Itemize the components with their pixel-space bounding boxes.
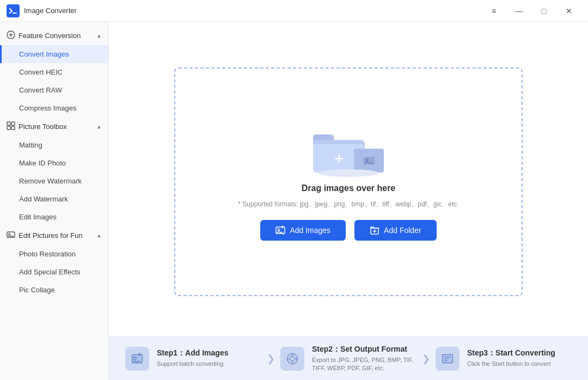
svg-rect-2 xyxy=(7,122,10,125)
sidebar-group-label-edit-pictures: Edit Pictures for Fun xyxy=(19,231,83,240)
feature-conversion-arrow: ▲ xyxy=(96,33,102,39)
step2-text: Step2：Set Output Format Export to JPG, J… xyxy=(312,345,416,373)
svg-rect-0 xyxy=(7,4,20,17)
sidebar-item-remove-watermark[interactable]: Remove Watermark xyxy=(0,172,108,190)
step1-text: Step1：Add Images Support batch convertin… xyxy=(157,348,228,368)
step-arrow-2: ❯ xyxy=(422,353,430,365)
step3-text: Step3：Start Converting Click the Start b… xyxy=(467,348,555,368)
step2-desc: Export to JPG, JPEG, PNG, BMP, TIF, TIFF… xyxy=(312,356,416,373)
step3-icon xyxy=(441,352,454,365)
sidebar-item-add-special-effects[interactable]: Add Special Effects xyxy=(0,263,108,281)
app-body: Feature Conversion ▲ Convert Images Conv… xyxy=(0,22,588,380)
sidebar-item-compress-images[interactable]: Compress Images xyxy=(0,99,108,117)
drop-area-subtitle: * Supported formats: jpg、jpeg、png、bmp、ti… xyxy=(238,200,458,209)
sidebar-item-convert-raw[interactable]: Convert RAW xyxy=(0,81,108,99)
sidebar-item-convert-heic[interactable]: Convert HEIC xyxy=(0,63,108,81)
sidebar-group-edit-pictures-for-fun[interactable]: Edit Pictures for Fun ▲ xyxy=(0,226,108,245)
edit-pictures-icon xyxy=(7,230,15,241)
add-folder-label: Add Folder xyxy=(384,226,421,235)
svg-rect-4 xyxy=(7,126,10,130)
step1-label: Step1：Add Images xyxy=(157,348,228,358)
add-images-button[interactable]: Add Images xyxy=(260,220,346,241)
title-bar: Image Converter ≡ — □ ✕ xyxy=(0,0,588,22)
add-images-icon xyxy=(275,225,285,235)
sidebar-group-picture-toolbox[interactable]: Picture Toolbox ▲ xyxy=(0,117,108,136)
svg-point-16 xyxy=(290,356,295,361)
step3-icon-box xyxy=(436,347,460,371)
step3-label: Step3：Start Converting xyxy=(467,348,555,358)
sidebar-item-make-id-photo[interactable]: Make ID Photo xyxy=(0,154,108,172)
sidebar-group-label-picture-toolbox: Picture Toolbox xyxy=(19,122,67,131)
drop-buttons: Add Images Add Folder xyxy=(260,220,436,241)
svg-rect-3 xyxy=(11,122,15,125)
step1-icon xyxy=(131,352,144,365)
minimize-button[interactable]: — xyxy=(506,0,531,22)
app-title: Image Converter xyxy=(24,7,77,15)
drop-icon-wrapper: + xyxy=(313,124,384,173)
sidebar: Feature Conversion ▲ Convert Images Conv… xyxy=(0,22,109,380)
step-arrow-1: ❯ xyxy=(267,353,275,365)
step3-desc: Click the Start button to convert xyxy=(467,360,555,368)
drop-area-container: + xyxy=(109,22,588,336)
sidebar-item-photo-restoration[interactable]: Photo Restoration xyxy=(0,245,108,263)
step2-item: Step2：Set Output Format Export to JPG, J… xyxy=(280,345,416,373)
feature-conversion-icon xyxy=(7,30,15,41)
picture-toolbox-arrow: ▲ xyxy=(96,124,102,130)
title-bar-left: Image Converter xyxy=(7,4,77,17)
maximize-button[interactable]: □ xyxy=(531,0,556,22)
step1-icon-box xyxy=(125,347,149,371)
add-folder-icon xyxy=(370,225,379,235)
step2-label: Step2：Set Output Format xyxy=(312,345,416,354)
edit-pictures-arrow: ▲ xyxy=(96,232,102,238)
sidebar-item-edit-images[interactable]: Edit Images xyxy=(0,208,108,226)
step2-icon xyxy=(286,352,299,365)
sidebar-item-matting[interactable]: Matting xyxy=(0,136,108,154)
step2-icon-box xyxy=(280,347,304,371)
svg-point-11 xyxy=(278,229,280,231)
sidebar-item-pic-collage[interactable]: Pic Collage xyxy=(0,281,108,299)
sidebar-group-label-feature-conversion: Feature Conversion xyxy=(19,32,81,40)
close-button[interactable]: ✕ xyxy=(556,0,581,22)
drop-area-title: Drag images over here xyxy=(302,183,396,193)
app-icon xyxy=(7,4,20,17)
add-folder-button[interactable]: Add Folder xyxy=(354,220,436,241)
step1-item: Step1：Add Images Support batch convertin… xyxy=(125,347,261,371)
window-controls: ≡ — □ ✕ xyxy=(481,0,581,22)
sidebar-item-add-watermark[interactable]: Add Watermark xyxy=(0,190,108,208)
steps-bar: Step1：Add Images Support batch convertin… xyxy=(109,336,588,380)
picture-toolbox-icon xyxy=(7,121,15,132)
main-content: + xyxy=(109,22,588,380)
add-images-label: Add Images xyxy=(290,226,330,235)
sidebar-item-convert-images[interactable]: Convert Images xyxy=(0,45,108,63)
step1-desc: Support batch converting xyxy=(157,360,228,368)
step3-item: Step3：Start Converting Click the Start b… xyxy=(436,347,572,371)
svg-rect-5 xyxy=(11,126,15,130)
svg-point-9 xyxy=(365,158,368,161)
svg-point-7 xyxy=(9,234,10,235)
sidebar-group-feature-conversion[interactable]: Feature Conversion ▲ xyxy=(0,26,108,45)
menu-button[interactable]: ≡ xyxy=(481,0,506,22)
drop-area[interactable]: + xyxy=(174,68,523,296)
